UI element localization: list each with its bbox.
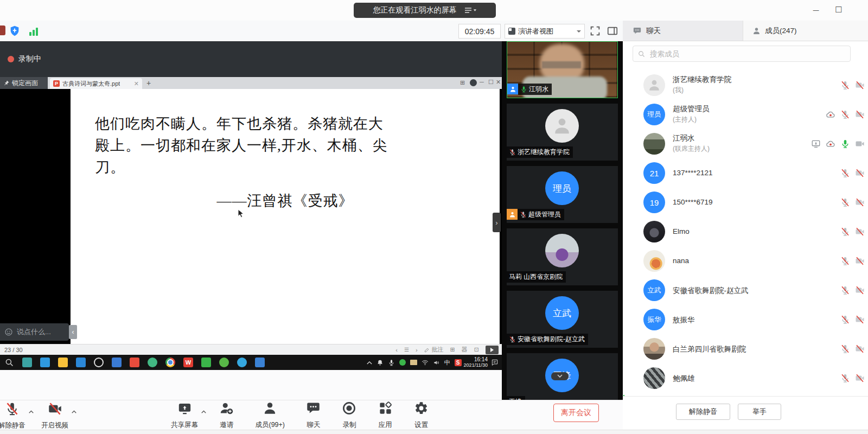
ppt-document-tab[interactable]: P 古典诗词与蒙太奇.ppt ✕ bbox=[50, 78, 142, 89]
mic-muted-icon[interactable] bbox=[840, 227, 850, 237]
taskbar-chrome-icon[interactable] bbox=[165, 358, 175, 367]
sorter-view-icon[interactable]: 器 bbox=[462, 346, 468, 354]
taskbar-bluemountain-icon[interactable] bbox=[255, 358, 265, 367]
video-tile[interactable]: 浙艺继续教育学院 bbox=[507, 104, 618, 161]
cam-off-icon[interactable] bbox=[855, 227, 865, 237]
reading-view-icon[interactable]: ⊡ bbox=[474, 346, 479, 353]
toolbar-apps-button[interactable]: 应用 bbox=[378, 401, 393, 430]
ppt-account-avatar[interactable] bbox=[470, 79, 477, 86]
toolbar-share-screen-button[interactable]: 共享屏幕 bbox=[171, 401, 198, 430]
taskbar-search-icon[interactable] bbox=[4, 358, 14, 367]
mic-muted-icon[interactable] bbox=[840, 344, 850, 354]
banner-menu-icon[interactable] bbox=[464, 7, 477, 14]
member-row[interactable]: nana bbox=[624, 246, 867, 276]
mic-muted-icon[interactable] bbox=[840, 256, 850, 266]
toolbar-settings-button[interactable]: 设置 bbox=[414, 401, 429, 430]
ppt-restore-icon[interactable]: ☐ bbox=[488, 79, 494, 86]
ppt-close-icon[interactable]: ✕ bbox=[496, 79, 501, 86]
tray-mic-icon[interactable] bbox=[388, 359, 395, 366]
side-panel-toggle-icon[interactable] bbox=[607, 25, 618, 39]
member-row[interactable]: 19150****6719 bbox=[624, 188, 867, 217]
next-slide-icon[interactable]: › bbox=[416, 347, 418, 353]
leave-meeting-button[interactable]: 离开会议 bbox=[553, 404, 599, 422]
taskbar-folder-icon[interactable] bbox=[58, 358, 68, 367]
tray-folder-icon[interactable] bbox=[410, 360, 417, 365]
unmute-button[interactable]: 解除静音 bbox=[676, 404, 730, 420]
raise-hand-button[interactable]: 举手 bbox=[738, 404, 781, 420]
mic-muted-icon[interactable] bbox=[840, 80, 850, 90]
toolbar-member-button[interactable]: 成员(99+) bbox=[255, 401, 285, 430]
mic-muted-icon[interactable] bbox=[509, 336, 516, 343]
minimize-button[interactable]: ─ bbox=[808, 3, 824, 16]
cam-off-icon[interactable] bbox=[855, 110, 865, 119]
toolbar-invite-button[interactable]: 邀请 bbox=[219, 401, 234, 430]
tab-close-icon[interactable]: ✕ bbox=[134, 80, 139, 87]
cam-off-icon[interactable] bbox=[855, 373, 865, 383]
taskbar-task-view-icon[interactable] bbox=[22, 358, 32, 367]
taskbar-wechat-icon[interactable] bbox=[148, 358, 157, 367]
cam-on-icon[interactable] bbox=[855, 139, 865, 149]
start-video-button[interactable]: 开启视频 bbox=[35, 401, 74, 430]
chat-collapse-handle[interactable]: ‹ bbox=[69, 325, 77, 339]
taskbar-shield-icon[interactable] bbox=[219, 358, 229, 367]
taskbar-telegram-icon[interactable] bbox=[237, 358, 247, 367]
tray-sogou-icon[interactable]: S bbox=[455, 359, 462, 366]
lock-view-button[interactable]: 锁定画面 bbox=[0, 77, 48, 89]
normal-view-icon[interactable]: ⊞ bbox=[450, 346, 455, 353]
video-tile[interactable]: 江弱水 bbox=[507, 41, 618, 98]
annotate-button[interactable]: 批注 bbox=[424, 346, 444, 354]
caret-up-icon[interactable] bbox=[201, 406, 207, 416]
mic-muted-icon[interactable] bbox=[840, 373, 850, 383]
member-search[interactable] bbox=[633, 46, 851, 62]
mic-muted-icon[interactable] bbox=[840, 110, 850, 119]
cam-off-icon[interactable] bbox=[855, 256, 865, 266]
maximize-button[interactable]: ☐ bbox=[831, 3, 846, 16]
ppt-window-layout-icon[interactable]: ⊞ bbox=[460, 79, 465, 86]
toolbar-chat-button[interactable]: 聊天 bbox=[306, 401, 321, 430]
mic-on-icon[interactable] bbox=[840, 139, 850, 149]
network-signal-icon[interactable] bbox=[29, 27, 38, 36]
tab-chat[interactable]: 聊天 bbox=[623, 21, 743, 41]
taskbar-app-ring-icon[interactable] bbox=[94, 358, 104, 367]
tray-ime-icon[interactable]: 中 bbox=[444, 359, 450, 367]
member-row[interactable]: 21137****2121 bbox=[624, 158, 867, 188]
tray-coin-icon[interactable] bbox=[399, 359, 406, 366]
member-search-input[interactable] bbox=[649, 49, 830, 59]
taskbar-pc-icon[interactable] bbox=[112, 358, 122, 367]
slide-menu-icon[interactable]: ☰ bbox=[404, 347, 409, 353]
cam-off-icon[interactable] bbox=[855, 285, 865, 295]
member-row[interactable]: 白兰弟四川省歌舞剧院 bbox=[624, 334, 867, 363]
tab-members[interactable]: 成员(247) bbox=[743, 21, 868, 41]
taskbar-ie-icon[interactable] bbox=[40, 358, 50, 367]
slideshow-button[interactable] bbox=[486, 346, 499, 354]
security-shield-icon[interactable] bbox=[9, 24, 21, 40]
mic-muted-icon[interactable] bbox=[840, 197, 850, 207]
member-row[interactable]: 鲍佩雄 bbox=[624, 363, 867, 393]
unmute-toolbar-button[interactable]: 解除静音 bbox=[0, 401, 31, 430]
mic-muted-icon[interactable] bbox=[840, 315, 850, 324]
tray-bell-icon[interactable] bbox=[376, 359, 384, 366]
prev-slide-icon[interactable]: ‹ bbox=[395, 347, 398, 353]
cam-off-icon[interactable] bbox=[855, 344, 865, 354]
mic-on-icon[interactable] bbox=[520, 86, 527, 93]
tray-chevron-up-icon[interactable] bbox=[367, 361, 372, 365]
fullscreen-icon[interactable] bbox=[589, 25, 601, 39]
view-mode-dropdown[interactable]: 演讲者视图 bbox=[505, 24, 585, 39]
mic-muted-icon[interactable] bbox=[840, 168, 850, 178]
tray-wifi-icon[interactable] bbox=[422, 359, 429, 366]
mic-muted-icon[interactable] bbox=[840, 285, 850, 295]
strip-expand-handle[interactable]: › bbox=[493, 213, 501, 232]
taskbar-clock[interactable]: 16:14 2021/11/30 bbox=[464, 356, 488, 368]
mic-muted-icon[interactable] bbox=[509, 149, 516, 156]
taskbar-flash-icon[interactable] bbox=[201, 358, 211, 367]
member-row[interactable]: 江弱水(联席主持人) bbox=[624, 129, 867, 158]
cam-off-icon[interactable] bbox=[855, 197, 865, 207]
quick-chat-input[interactable]: 说点什么... bbox=[0, 323, 69, 341]
tray-volume-icon[interactable] bbox=[433, 359, 440, 366]
member-row[interactable]: 振华敖振华 bbox=[624, 305, 867, 334]
new-tab-icon[interactable]: + bbox=[146, 79, 151, 87]
cam-off-icon[interactable] bbox=[855, 168, 865, 178]
cam-off-icon[interactable] bbox=[855, 315, 865, 324]
video-tile[interactable]: 理员超级管理员 bbox=[507, 166, 618, 223]
emoji-icon[interactable] bbox=[4, 328, 13, 336]
